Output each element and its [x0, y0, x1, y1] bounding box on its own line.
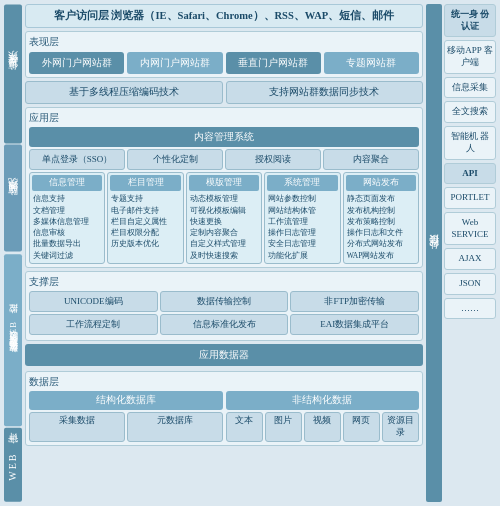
biaoxian-boxes: 外网门户网站群 内网门户网站群 垂直门户网站群 专题网站群 [29, 52, 419, 74]
data-layer-title: 数据层 [29, 375, 419, 389]
left-label-web: WEB审计 [4, 428, 22, 502]
func-mod-xitong-title: 系统管理 [267, 175, 337, 191]
right-item-api: API [444, 163, 496, 185]
app-mod-4: 内容聚合 [323, 149, 419, 170]
data-sub-img: 图片 [265, 412, 302, 442]
page-container: 信息支撑体系 防腐蚀系统 数据备份冗余 网页防篡改 WEB监控 WEB审计 客户… [0, 0, 500, 506]
support-box-eai: EAI数据集成平台 [290, 314, 419, 335]
func-mod-xitong-items: 网站参数控制网站结构体管工作流管理操作日志管理安全日志管理功能化扩展 [267, 193, 337, 261]
app-mod-3: 授权阅读 [225, 149, 321, 170]
func-mod-fabu-items: 静态页面发布发布机构控制发布策略控制操作日志和文件分布式网站发布WAP网站发布 [346, 193, 416, 261]
data-sub-left: 采集数据 元数据库 [29, 412, 223, 442]
right-panel: 外部接口 统一身 份认证 移动APP 客户端 信息采集 全文搜索 智能机 器人 … [426, 4, 496, 502]
data-sub-web: 网页 [343, 412, 380, 442]
app-layer: 应用层 内容管理系统 单点登录（SSO） 个性化定制 授权阅读 内容聚合 信息管… [25, 107, 423, 268]
func-mod-xinxi-items: 信息支持文档管理多媒体信息管理信息审核批量数据导出关键词过滤 [32, 193, 102, 261]
left-label-shuju: 数据备份冗余 网页防篡改 WEB监控 [4, 254, 22, 426]
func-mod-moban-items: 动态模板管理可视化模板编辑快速更换定制内容聚合自定义样式管理及时快速搜索 [189, 193, 259, 261]
func-mod-moban-title: 模版管理 [189, 175, 259, 191]
biaoxian-title: 表现层 [29, 35, 419, 49]
func-mod-lanmu-items: 专题支持电子邮件支持栏目自定义属性栏目权限分配历史版本优化 [110, 193, 180, 249]
biaoxi-box-4: 专题网站群 [324, 52, 419, 74]
func-mod-moban: 模版管理 动态模板管理可视化模板编辑快速更换定制内容聚合自定义样式管理及时快速搜… [186, 172, 262, 264]
func-mod-xinxi-title: 信息管理 [32, 175, 102, 191]
data-box-structured: 结构化数据库 [29, 391, 223, 410]
right-item-robot: 智能机 器人 [444, 126, 496, 159]
func-mod-xitong: 系统管理 网站参数控制网站结构体管工作流管理操作日志管理安全日志管理功能化扩展 [264, 172, 340, 264]
biaoxian-layer: 表现层 外网门户网站群 内网门户网站群 垂直门户网站群 专题网站群 [25, 31, 423, 78]
func-mod-lanmu-title: 栏目管理 [110, 175, 180, 191]
func-mod-fabu-title: 网站发布 [346, 175, 416, 191]
func-mod-xinxi: 信息管理 信息支持文档管理多媒体信息管理信息审核批量数据导出关键词过滤 [29, 172, 105, 264]
app-mod-1: 单点登录（SSO） [29, 149, 125, 170]
left-label-xinxi: 信息支撑体系 [4, 4, 22, 143]
support-layer: 支撑层 UNICODE编码 数据传输控制 非FTP加密传输 工作流程定制 信息标… [25, 271, 423, 341]
main-content: 客户访问层 浏览器（IE、Safari、Chrome）、RSS、WAP、短信、邮… [25, 4, 423, 502]
data-types-row: 结构化数据库 非结构化数据 [29, 391, 419, 410]
support-box-unicode: UNICODE编码 [29, 291, 158, 312]
data-sub-text: 文本 [226, 412, 263, 442]
left-label-fangfu: 防腐蚀系统 [4, 145, 22, 252]
support-row-2: 工作流程定制 信息标准化发布 EAI数据集成平台 [29, 314, 419, 335]
biaoxi-box-2: 内网门户网站群 [127, 52, 222, 74]
data-sub-right: 文本 图片 视频 网页 资源目录 [226, 412, 420, 442]
data-sub-video: 视频 [304, 412, 341, 442]
support-title: 支撑层 [29, 275, 419, 289]
data-sub-caiji: 采集数据 [29, 412, 125, 442]
cms-box: 内容管理系统 [29, 127, 419, 147]
func-mod-fabu: 网站发布 静态页面发布发布机构控制发布策略控制操作日志和文件分布式网站发布WAP… [343, 172, 419, 264]
right-item-portlet: PORTLET [444, 187, 496, 209]
support-row-1: UNICODE编码 数据传输控制 非FTP加密传输 [29, 291, 419, 312]
data-box-unstructured: 非结构化数据 [226, 391, 420, 410]
biaoxi-box-3: 垂直门户网站群 [226, 52, 321, 74]
data-sub-yuan: 元数据库 [127, 412, 223, 442]
data-engine: 应用数据器 [25, 344, 423, 366]
app-modules: 单点登录（SSO） 个性化定制 授权阅读 内容聚合 [29, 149, 419, 170]
data-layer: 数据层 结构化数据库 非结构化数据 采集数据 元数据库 文本 图片 视频 网页 … [25, 371, 423, 446]
data-sub-res: 资源目录 [382, 412, 419, 442]
top-bar: 客户访问层 浏览器（IE、Safari、Chrome）、RSS、WAP、短信、邮… [25, 4, 423, 28]
right-item-more: …… [444, 298, 496, 320]
tech-row: 基于多线程压缩编码技术 支持网站群数据同步技术 [25, 81, 423, 104]
func-modules: 信息管理 信息支持文档管理多媒体信息管理信息审核批量数据导出关键词过滤 栏目管理… [29, 172, 419, 264]
right-items-col: 统一身 份认证 移动APP 客户端 信息采集 全文搜索 智能机 器人 API P… [444, 4, 496, 502]
app-mod-2: 个性化定制 [127, 149, 223, 170]
right-item-json: JSON [444, 273, 496, 295]
func-mod-lanmu: 栏目管理 专题支持电子邮件支持栏目自定义属性栏目权限分配历史版本优化 [107, 172, 183, 264]
right-item-caiji: 信息采集 [444, 77, 496, 99]
biaoxi-box-1: 外网门户网站群 [29, 52, 124, 74]
support-box-ftp: 非FTP加密传输 [290, 291, 419, 312]
tech-box-2: 支持网站群数据同步技术 [226, 81, 424, 104]
right-label: 外部接口 [426, 4, 442, 502]
right-item-app: 移动APP 客户端 [444, 40, 496, 73]
right-item-shenfen: 统一身 份认证 [444, 4, 496, 37]
support-box-workflow: 工作流程定制 [29, 314, 158, 335]
support-box-info: 信息标准化发布 [160, 314, 289, 335]
tech-box-1: 基于多线程压缩编码技术 [25, 81, 223, 104]
right-item-ajax: AJAX [444, 248, 496, 270]
right-item-webservice: Web SERVICE [444, 212, 496, 245]
data-sub-row: 采集数据 元数据库 文本 图片 视频 网页 资源目录 [29, 412, 419, 442]
support-box-data: 数据传输控制 [160, 291, 289, 312]
app-layer-title: 应用层 [29, 111, 419, 125]
right-item-search: 全文搜索 [444, 101, 496, 123]
left-labels: 信息支撑体系 防腐蚀系统 数据备份冗余 网页防篡改 WEB监控 WEB审计 [4, 4, 22, 502]
